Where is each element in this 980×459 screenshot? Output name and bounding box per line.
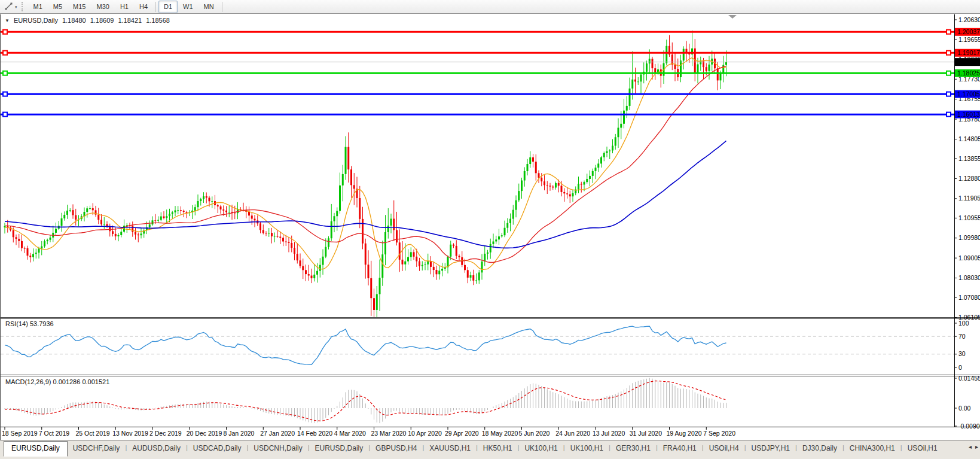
svg-text:2 Dec 2019: 2 Dec 2019 [149,430,182,437]
svg-text:18 May 2020: 18 May 2020 [482,430,518,437]
chart-symbol-label: EURUSD,Daily [14,17,58,24]
svg-text:-0.009001: -0.009001 [958,422,980,430]
date-axis[interactable]: 18 Sep 20197 Oct 201925 Oct 201913 Nov 2… [2,427,735,437]
macd-pane [5,378,726,423]
svg-text:23 Mar 2020: 23 Mar 2020 [371,430,407,437]
svg-text:19 Aug 2020: 19 Aug 2020 [667,430,702,437]
toolbar-grip[interactable] [22,2,25,11]
tab-eurusd-daily-5[interactable]: EURUSD,Daily [310,442,369,456]
tab-scrollers: ◂ ▸ [969,443,978,450]
svg-text:10 Apr 2020: 10 Apr 2020 [408,430,442,437]
timeframe-button-m30[interactable]: M30 [91,1,114,13]
tab-usdcad-daily-3[interactable]: USDCAD,Daily [188,442,247,456]
svg-text:1.13855: 1.13855 [958,155,980,162]
tab-dj30-daily-15[interactable]: DJ30,Daily [797,442,842,456]
timeframe-button-h4[interactable]: H4 [134,1,153,13]
cursor-tool-icon [4,2,14,11]
rsi-indicator-label: RSI(14) 53.7936 [5,320,54,327]
svg-text:1.19655: 1.19655 [958,36,980,43]
svg-text:18 Sep 2019: 18 Sep 2019 [2,430,38,437]
pane-frame [1,14,980,427]
svg-text:1.20037: 1.20037 [957,28,980,35]
chart-dropdown-caret-icon[interactable]: ▼ [5,18,10,23]
tab-eurusd-daily-0[interactable]: EURUSD,Daily [4,441,68,457]
svg-text:13 Nov 2019: 13 Nov 2019 [112,430,148,437]
timeframe-button-mn[interactable]: MN [199,1,219,13]
toolbar-caret-icon[interactable]: ▾ [15,5,17,9]
tab-usdchf-daily-1[interactable]: USDCHF,Daily [68,442,126,456]
timeframe-button-w1[interactable]: W1 [178,1,199,13]
svg-text:30: 30 [958,350,966,357]
svg-text:25 Oct 2019: 25 Oct 2019 [76,430,110,437]
svg-text:70: 70 [958,333,966,340]
chart-low-value: 1.18421 [118,17,142,24]
moving-average-lines [5,57,726,269]
macd-indicator-label: MACD(12,26,9) 0.001286 0.001521 [5,378,109,385]
svg-text:1.10955: 1.10955 [958,214,980,221]
svg-text:1.14805: 1.14805 [958,135,980,142]
svg-text:29 Apr 2020: 29 Apr 2020 [445,430,479,437]
svg-text:1.12880: 1.12880 [958,175,980,182]
chart-window: 1.206301.196551.186801.177301.167551.157… [0,14,980,440]
tab-usoil-h1-17[interactable]: USOil,H1 [902,442,943,456]
svg-text:4 Mar 2020: 4 Mar 2020 [334,430,366,437]
chart-tabbar: EURUSD,DailyUSDCHF,Daily|AUDUSD,Daily|US… [0,440,980,459]
chart-canvas[interactable]: 1.206301.196551.186801.177301.167551.157… [1,14,980,440]
svg-text:20 Dec 2019: 20 Dec 2019 [187,430,222,437]
toolbar-separator [155,2,156,12]
svg-text:1.08030: 1.08030 [958,274,980,281]
svg-text:1.18025: 1.18025 [957,69,980,77]
horizontal-lines[interactable] [1,30,954,117]
timeframe-button-m1[interactable]: M1 [28,1,48,13]
tab-uk100-h1-9[interactable]: UK100,H1 [519,442,563,456]
svg-text:13 Jul 2020: 13 Jul 2020 [593,430,625,437]
tab-scroll-right-icon[interactable]: ▸ [975,443,978,450]
svg-text:0.014556: 0.014556 [958,375,980,382]
tab-xauusd-h1-7[interactable]: XAUUSD,H1 [424,442,476,456]
svg-text:1.18568: 1.18568 [957,58,980,65]
timeframe-button-m5[interactable]: M5 [48,1,68,13]
svg-text:5 Jun 2020: 5 Jun 2020 [519,430,550,437]
cursor-tool-button[interactable]: ▾ [2,2,19,11]
svg-text:31 Jul 2020: 31 Jul 2020 [630,430,662,437]
tab-uk100-h1-10[interactable]: UK100,H1 [565,442,609,456]
ma-10-line [5,57,726,269]
chart-shift-marker-icon[interactable] [728,15,737,19]
svg-text:27 Jan 2020: 27 Jan 2020 [260,430,295,437]
toolbar: ▾ M1M5M15M30H1H4D1W1MN [0,0,980,14]
svg-text:7 Sep 2020: 7 Sep 2020 [703,430,735,437]
svg-text:1.17005: 1.17005 [957,90,980,98]
svg-text:1.20630: 1.20630 [958,16,980,23]
price-scale[interactable]: 1.206301.196551.186801.177301.167551.157… [954,16,980,430]
toolbar-separator [222,2,222,12]
svg-text:0.00: 0.00 [958,405,971,412]
tab-fra40-h1-12[interactable]: FRA40,H1 [658,442,702,456]
timeframe-button-m15[interactable]: M15 [68,1,91,13]
tab-usdcnh-daily-4[interactable]: USDCNH,Daily [248,442,307,456]
rsi-line [5,326,726,364]
tab-scroll-left-icon[interactable]: ◂ [969,443,972,450]
svg-text:7 Oct 2019: 7 Oct 2019 [39,430,70,437]
svg-text:1.11905: 1.11905 [958,194,980,202]
timeframe-button-d1[interactable]: D1 [158,1,178,13]
svg-text:14 Feb 2020: 14 Feb 2020 [297,430,332,437]
tab-ger30-h1-11[interactable]: GER30,H1 [610,442,656,456]
svg-text:1.07080: 1.07080 [958,294,980,301]
svg-text:1.16013: 1.16013 [957,111,980,118]
tab-china300-h1-16[interactable]: CHINA300,H1 [844,442,900,456]
chart-high-value: 1.18609 [90,17,114,24]
svg-text:24 Jun 2020: 24 Jun 2020 [555,430,590,437]
rsi-pane [1,326,954,364]
tab-usdjpy-h1-14[interactable]: USDJPY,H1 [746,442,795,456]
chart-title: ▼ EURUSD,Daily 1.18480 1.18609 1.18421 1… [5,17,170,24]
tab-gbpusd-h4-6[interactable]: GBPUSD,H4 [370,442,422,456]
tab-audusd-daily-2[interactable]: AUDUSD,Daily [127,442,186,456]
chart-close-value: 1.18568 [146,17,170,24]
svg-text:100: 100 [958,320,969,327]
timeframe-button-h1[interactable]: H1 [115,1,134,13]
chart-open-value: 1.18480 [62,17,86,24]
tab-usoil-h4-13[interactable]: USOil,H4 [704,442,744,456]
svg-text:1.09980: 1.09980 [958,234,980,241]
svg-text:0: 0 [958,364,962,371]
tab-hk50-h1-8[interactable]: HK50,H1 [478,442,518,456]
